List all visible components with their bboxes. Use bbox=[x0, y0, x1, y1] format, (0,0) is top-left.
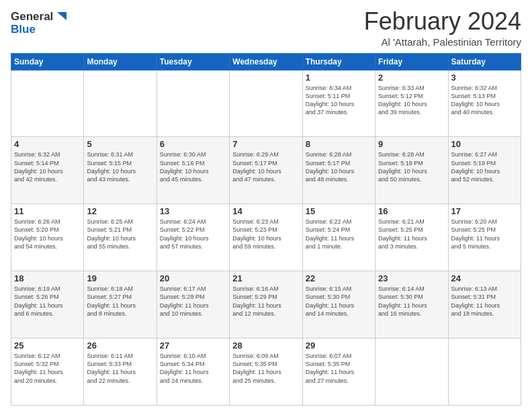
calendar-cell: 3Sunrise: 6:32 AM Sunset: 5:13 PM Daylig… bbox=[448, 70, 521, 137]
calendar-cell: 25Sunrise: 6:12 AM Sunset: 5:32 PM Dayli… bbox=[11, 338, 84, 406]
day-info: Sunrise: 6:10 AM Sunset: 5:34 PM Dayligh… bbox=[160, 352, 226, 385]
day-info: Sunrise: 6:24 AM Sunset: 5:22 PM Dayligh… bbox=[160, 218, 226, 250]
logo-general: General bbox=[11, 11, 53, 24]
day-info: Sunrise: 6:21 AM Sunset: 5:25 PM Dayligh… bbox=[378, 218, 445, 250]
day-info: Sunrise: 6:28 AM Sunset: 5:17 PM Dayligh… bbox=[306, 150, 372, 183]
calendar-cell: 21Sunrise: 6:16 AM Sunset: 5:29 PM Dayli… bbox=[230, 271, 302, 338]
day-number: 11 bbox=[14, 206, 81, 216]
day-number: 24 bbox=[451, 273, 518, 283]
calendar-cell: 20Sunrise: 6:17 AM Sunset: 5:28 PM Dayli… bbox=[157, 271, 229, 338]
day-number: 16 bbox=[378, 206, 445, 216]
col-saturday: Saturday bbox=[448, 53, 521, 70]
calendar-cell bbox=[11, 70, 84, 137]
day-number: 2 bbox=[378, 73, 445, 83]
day-number: 26 bbox=[87, 340, 153, 351]
day-number: 8 bbox=[306, 139, 372, 149]
calendar-cell: 29Sunrise: 6:07 AM Sunset: 5:35 PM Dayli… bbox=[302, 338, 375, 406]
day-info: Sunrise: 6:12 AM Sunset: 5:32 PM Dayligh… bbox=[14, 352, 81, 385]
calendar-cell: 4Sunrise: 6:32 AM Sunset: 5:14 PM Daylig… bbox=[11, 137, 84, 204]
day-number: 1 bbox=[306, 73, 372, 83]
calendar-table: Sunday Monday Tuesday Wednesday Thursday… bbox=[11, 53, 521, 406]
day-info: Sunrise: 6:09 AM Sunset: 5:35 PM Dayligh… bbox=[232, 352, 299, 385]
col-thursday: Thursday bbox=[302, 53, 375, 70]
day-number: 29 bbox=[306, 340, 372, 351]
calendar-cell: 11Sunrise: 6:26 AM Sunset: 5:20 PM Dayli… bbox=[11, 204, 84, 271]
day-info: Sunrise: 6:15 AM Sunset: 5:30 PM Dayligh… bbox=[306, 285, 372, 318]
day-info: Sunrise: 6:33 AM Sunset: 5:12 PM Dayligh… bbox=[378, 84, 445, 117]
day-number: 27 bbox=[160, 340, 226, 351]
calendar-cell: 18Sunrise: 6:19 AM Sunset: 5:26 PM Dayli… bbox=[11, 271, 84, 338]
calendar-cell bbox=[448, 338, 521, 406]
day-info: Sunrise: 6:11 AM Sunset: 5:33 PM Dayligh… bbox=[87, 352, 153, 385]
day-number: 4 bbox=[14, 139, 81, 149]
title-block: February 2024 Al 'Attarah, Palestinian T… bbox=[364, 8, 521, 48]
calendar-cell: 19Sunrise: 6:18 AM Sunset: 5:27 PM Dayli… bbox=[84, 271, 157, 338]
month-title: February 2024 bbox=[364, 8, 521, 35]
logo: General Blue bbox=[11, 11, 66, 36]
calendar-cell bbox=[157, 70, 229, 137]
day-info: Sunrise: 6:19 AM Sunset: 5:26 PM Dayligh… bbox=[14, 285, 81, 318]
day-info: Sunrise: 6:17 AM Sunset: 5:28 PM Dayligh… bbox=[160, 285, 226, 318]
day-info: Sunrise: 6:14 AM Sunset: 5:30 PM Dayligh… bbox=[378, 285, 445, 318]
day-info: Sunrise: 6:26 AM Sunset: 5:20 PM Dayligh… bbox=[14, 218, 81, 250]
day-number: 13 bbox=[160, 206, 226, 216]
day-info: Sunrise: 6:31 AM Sunset: 5:15 PM Dayligh… bbox=[87, 150, 153, 183]
day-info: Sunrise: 6:13 AM Sunset: 5:31 PM Dayligh… bbox=[451, 285, 518, 318]
day-number: 6 bbox=[160, 139, 226, 149]
calendar-week-4: 18Sunrise: 6:19 AM Sunset: 5:26 PM Dayli… bbox=[11, 271, 521, 338]
day-info: Sunrise: 6:25 AM Sunset: 5:21 PM Dayligh… bbox=[87, 218, 153, 250]
logo-blue: Blue bbox=[11, 24, 36, 36]
calendar-cell: 9Sunrise: 6:28 AM Sunset: 5:18 PM Daylig… bbox=[375, 137, 448, 204]
calendar-week-5: 25Sunrise: 6:12 AM Sunset: 5:32 PM Dayli… bbox=[11, 338, 521, 406]
day-number: 5 bbox=[87, 139, 153, 149]
day-number: 17 bbox=[451, 206, 518, 216]
day-number: 25 bbox=[14, 340, 81, 351]
calendar-cell: 22Sunrise: 6:15 AM Sunset: 5:30 PM Dayli… bbox=[302, 271, 375, 338]
col-tuesday: Tuesday bbox=[157, 53, 229, 70]
calendar-cell: 8Sunrise: 6:28 AM Sunset: 5:17 PM Daylig… bbox=[302, 137, 375, 204]
day-number: 18 bbox=[14, 273, 81, 283]
day-info: Sunrise: 6:22 AM Sunset: 5:24 PM Dayligh… bbox=[306, 218, 372, 250]
calendar-week-2: 4Sunrise: 6:32 AM Sunset: 5:14 PM Daylig… bbox=[11, 137, 521, 204]
day-info: Sunrise: 6:29 AM Sunset: 5:17 PM Dayligh… bbox=[232, 150, 299, 183]
day-number: 20 bbox=[160, 273, 226, 283]
calendar-cell: 15Sunrise: 6:22 AM Sunset: 5:24 PM Dayli… bbox=[302, 204, 375, 271]
day-info: Sunrise: 6:07 AM Sunset: 5:35 PM Dayligh… bbox=[306, 352, 372, 385]
day-number: 10 bbox=[451, 139, 518, 149]
calendar-cell: 1Sunrise: 6:34 AM Sunset: 5:11 PM Daylig… bbox=[302, 70, 375, 137]
day-info: Sunrise: 6:20 AM Sunset: 5:25 PM Dayligh… bbox=[451, 218, 518, 250]
day-number: 22 bbox=[306, 273, 372, 283]
day-number: 15 bbox=[306, 206, 372, 216]
page: General Blue February 2024 Al 'Attarah, … bbox=[0, 0, 532, 411]
calendar-cell: 2Sunrise: 6:33 AM Sunset: 5:12 PM Daylig… bbox=[375, 70, 448, 137]
day-info: Sunrise: 6:23 AM Sunset: 5:23 PM Dayligh… bbox=[232, 218, 299, 250]
day-number: 9 bbox=[378, 139, 445, 149]
col-wednesday: Wednesday bbox=[230, 53, 302, 70]
logo-triangle-icon bbox=[54, 11, 66, 23]
day-number: 3 bbox=[451, 73, 518, 83]
day-number: 28 bbox=[232, 340, 299, 351]
day-number: 14 bbox=[232, 206, 299, 216]
calendar-cell: 16Sunrise: 6:21 AM Sunset: 5:25 PM Dayli… bbox=[375, 204, 448, 271]
day-number: 21 bbox=[232, 273, 299, 283]
calendar-cell: 24Sunrise: 6:13 AM Sunset: 5:31 PM Dayli… bbox=[448, 271, 521, 338]
calendar-cell bbox=[84, 70, 157, 137]
day-info: Sunrise: 6:30 AM Sunset: 5:16 PM Dayligh… bbox=[160, 150, 226, 183]
calendar-cell: 14Sunrise: 6:23 AM Sunset: 5:23 PM Dayli… bbox=[230, 204, 302, 271]
day-number: 12 bbox=[87, 206, 153, 216]
calendar-cell: 26Sunrise: 6:11 AM Sunset: 5:33 PM Dayli… bbox=[84, 338, 157, 406]
day-number: 7 bbox=[232, 139, 299, 149]
day-number: 19 bbox=[87, 273, 153, 283]
calendar-cell: 13Sunrise: 6:24 AM Sunset: 5:22 PM Dayli… bbox=[157, 204, 229, 271]
calendar-cell bbox=[230, 70, 302, 137]
calendar-cell: 12Sunrise: 6:25 AM Sunset: 5:21 PM Dayli… bbox=[84, 204, 157, 271]
calendar-cell bbox=[375, 338, 448, 406]
calendar-cell: 27Sunrise: 6:10 AM Sunset: 5:34 PM Dayli… bbox=[157, 338, 229, 406]
calendar-cell: 17Sunrise: 6:20 AM Sunset: 5:25 PM Dayli… bbox=[448, 204, 521, 271]
day-info: Sunrise: 6:18 AM Sunset: 5:27 PM Dayligh… bbox=[87, 285, 153, 318]
calendar-week-3: 11Sunrise: 6:26 AM Sunset: 5:20 PM Dayli… bbox=[11, 204, 521, 271]
day-number: 23 bbox=[378, 273, 445, 283]
col-sunday: Sunday bbox=[11, 53, 84, 70]
calendar-cell: 23Sunrise: 6:14 AM Sunset: 5:30 PM Dayli… bbox=[375, 271, 448, 338]
calendar-cell: 28Sunrise: 6:09 AM Sunset: 5:35 PM Dayli… bbox=[230, 338, 302, 406]
